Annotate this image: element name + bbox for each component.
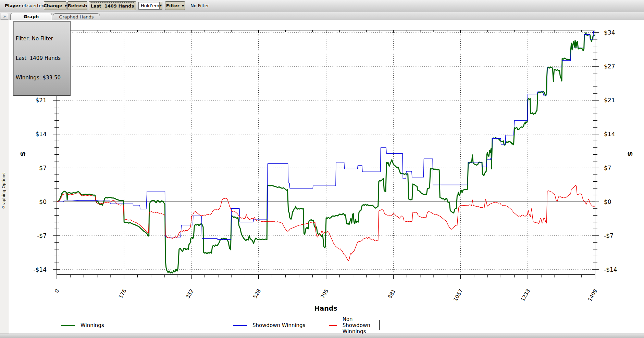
tab-strip: » Graph Graphed Hands (0, 12, 644, 20)
svg-text:-$7: -$7 (604, 232, 614, 239)
winnings-chart: $34$34$27$27$21$21$14$14$7$7$0$0-$7-$7-$… (9, 20, 644, 334)
player-label: Player (5, 3, 21, 8)
svg-text:$21: $21 (604, 97, 615, 104)
svg-text:$21: $21 (36, 97, 47, 104)
graph-panel: $34$34$27$27$21$21$14$14$7$7$0$0-$7-$7-$… (9, 20, 644, 334)
top-toolbar: Player el.suertero (PS) Change ▼ Refresh… (0, 0, 644, 12)
status-bar (0, 334, 644, 338)
showdown-line-swatch (233, 325, 247, 326)
info-filter-line: Filter: No Filter (16, 36, 68, 42)
sidebar-collapse-button[interactable]: » (1, 13, 8, 20)
svg-text:1409: 1409 (587, 288, 599, 302)
svg-text:$7: $7 (39, 165, 47, 171)
tab-graph[interactable]: Graph (10, 13, 52, 20)
filter-button[interactable]: Filter ▼ (165, 1, 185, 10)
svg-text:-$14: -$14 (604, 266, 617, 273)
last-hands-button[interactable]: Last 1409 Hands (89, 1, 136, 10)
double-chevron-icon: » (3, 14, 6, 19)
winnings-line-swatch (61, 325, 75, 326)
svg-text:-$14: -$14 (33, 266, 47, 273)
filter-status-text: No Filter (190, 3, 209, 8)
legend-item-showdown: Showdown Winnings (233, 320, 305, 330)
chevron-down-icon: ▼ (160, 4, 162, 7)
legend-item-non-showdown: Non Showdown Winnings (329, 320, 379, 330)
chart-legend: Winnings Showdown Winnings Non Showdown … (57, 320, 380, 330)
svg-text:$7: $7 (604, 165, 611, 171)
svg-text:176: 176 (117, 288, 128, 300)
svg-text:-$7: -$7 (37, 232, 47, 239)
chevron-down-icon: ▼ (65, 4, 67, 8)
svg-text:$34: $34 (604, 29, 615, 36)
svg-text:1233: 1233 (520, 288, 532, 302)
svg-text:$27: $27 (604, 63, 615, 70)
graphing-options-sidebar[interactable]: Graphing Options (0, 20, 9, 334)
tab-graphed-hands[interactable]: Graphed Hands (53, 13, 100, 20)
svg-text:705: 705 (320, 288, 330, 300)
non-showdown-line-swatch (329, 325, 337, 326)
legend-item-winnings: Winnings (61, 320, 104, 330)
svg-text:881: 881 (387, 288, 397, 300)
svg-text:$14: $14 (604, 131, 615, 138)
sidebar-vertical-label: Graphing Options (1, 161, 6, 209)
x-axis-title: Hands (292, 304, 360, 312)
combo-dropdown-button[interactable]: ▼ (159, 2, 162, 9)
change-button[interactable]: Change ▼ (44, 1, 66, 10)
svg-text:$0: $0 (604, 198, 611, 205)
chevron-down-icon: ▼ (182, 4, 184, 8)
info-winnings-line: Winnings: $33.50 (16, 75, 68, 81)
svg-text:1057: 1057 (452, 288, 464, 302)
refresh-button[interactable]: Refresh (67, 1, 87, 10)
svg-text:$14: $14 (36, 131, 47, 138)
svg-text:352: 352 (185, 288, 195, 300)
graph-info-box: Filter: No Filter Last 1409 Hands Winnin… (13, 21, 71, 96)
svg-text:$0: $0 (39, 198, 47, 205)
info-hands-line: Last 1409 Hands (16, 55, 68, 62)
game-type-value: Hold'em (139, 3, 159, 8)
svg-text:528: 528 (252, 288, 262, 300)
svg-text:$: $ (18, 152, 27, 156)
svg-text:$: $ (626, 152, 634, 156)
svg-text:0: 0 (53, 288, 60, 294)
game-type-select[interactable]: Hold'em ▼ (138, 2, 162, 10)
